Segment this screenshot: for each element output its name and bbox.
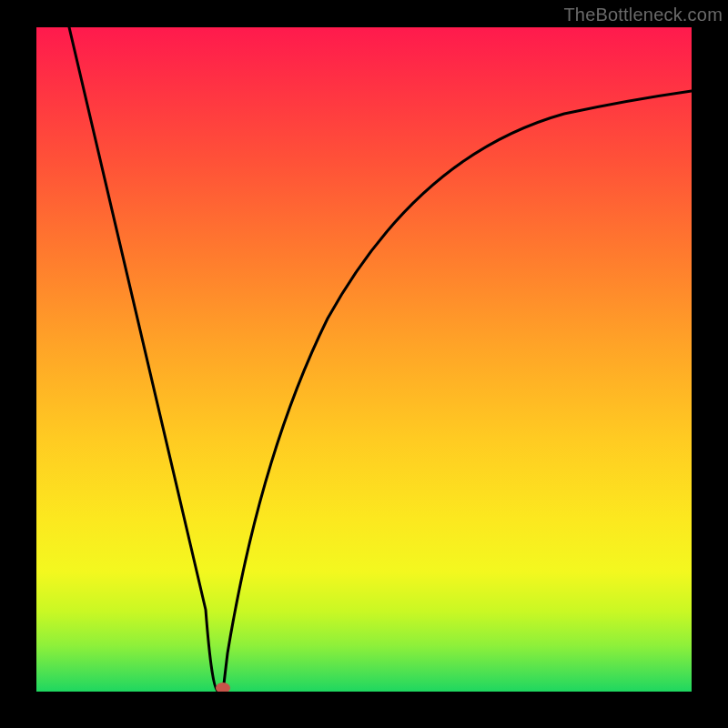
optimum-marker-icon: [216, 682, 230, 692]
curve-layer: [36, 27, 692, 692]
chart-stage: TheBottleneck.com: [0, 0, 728, 728]
plot-area: [36, 27, 692, 692]
watermark-text: TheBottleneck.com: [563, 5, 723, 24]
bottleneck-curve: [69, 27, 692, 692]
